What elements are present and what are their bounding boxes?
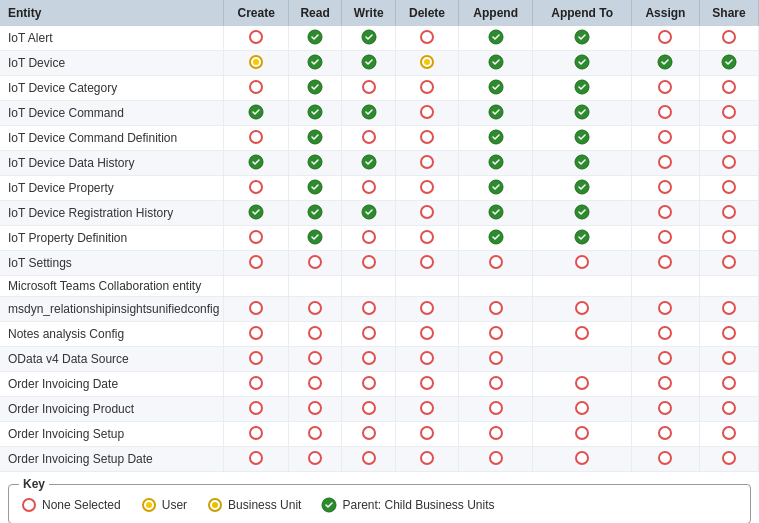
write-cell[interactable]: [342, 347, 396, 372]
share-cell[interactable]: [700, 422, 759, 447]
assign-cell[interactable]: [631, 322, 699, 347]
append-cell[interactable]: [458, 26, 533, 51]
write-cell[interactable]: [342, 176, 396, 201]
read-cell[interactable]: [288, 101, 341, 126]
append-cell[interactable]: [458, 176, 533, 201]
write-cell[interactable]: [342, 201, 396, 226]
assign-cell[interactable]: [631, 447, 699, 472]
write-cell[interactable]: [342, 226, 396, 251]
share-cell[interactable]: [700, 397, 759, 422]
assign-cell[interactable]: [631, 397, 699, 422]
assign-cell[interactable]: [631, 276, 699, 297]
assign-cell[interactable]: [631, 51, 699, 76]
read-cell[interactable]: [288, 26, 341, 51]
assign-cell[interactable]: [631, 201, 699, 226]
delete-cell[interactable]: [396, 226, 459, 251]
write-cell[interactable]: [342, 51, 396, 76]
delete-cell[interactable]: [396, 372, 459, 397]
create-cell[interactable]: [224, 372, 288, 397]
assign-cell[interactable]: [631, 347, 699, 372]
write-cell[interactable]: [342, 397, 396, 422]
append-cell[interactable]: [458, 322, 533, 347]
delete-cell[interactable]: [396, 176, 459, 201]
read-cell[interactable]: [288, 126, 341, 151]
append-cell[interactable]: [458, 51, 533, 76]
write-cell[interactable]: [342, 26, 396, 51]
create-cell[interactable]: [224, 322, 288, 347]
assign-cell[interactable]: [631, 101, 699, 126]
appendTo-cell[interactable]: [533, 151, 631, 176]
create-cell[interactable]: [224, 226, 288, 251]
appendTo-cell[interactable]: [533, 322, 631, 347]
assign-cell[interactable]: [631, 26, 699, 51]
create-cell[interactable]: [224, 201, 288, 226]
write-cell[interactable]: [342, 447, 396, 472]
appendTo-cell[interactable]: [533, 76, 631, 101]
delete-cell[interactable]: [396, 76, 459, 101]
read-cell[interactable]: [288, 422, 341, 447]
appendTo-cell[interactable]: [533, 372, 631, 397]
appendTo-cell[interactable]: [533, 51, 631, 76]
assign-cell[interactable]: [631, 76, 699, 101]
read-cell[interactable]: [288, 322, 341, 347]
appendTo-cell[interactable]: [533, 101, 631, 126]
delete-cell[interactable]: [396, 322, 459, 347]
appendTo-cell[interactable]: [533, 251, 631, 276]
assign-cell[interactable]: [631, 126, 699, 151]
delete-cell[interactable]: [396, 101, 459, 126]
appendTo-cell[interactable]: [533, 126, 631, 151]
append-cell[interactable]: [458, 251, 533, 276]
create-cell[interactable]: [224, 51, 288, 76]
appendTo-cell[interactable]: [533, 201, 631, 226]
read-cell[interactable]: [288, 176, 341, 201]
create-cell[interactable]: [224, 297, 288, 322]
write-cell[interactable]: [342, 372, 396, 397]
assign-cell[interactable]: [631, 251, 699, 276]
appendTo-cell[interactable]: [533, 397, 631, 422]
appendTo-cell[interactable]: [533, 226, 631, 251]
append-cell[interactable]: [458, 297, 533, 322]
share-cell[interactable]: [700, 347, 759, 372]
appendTo-cell[interactable]: [533, 26, 631, 51]
delete-cell[interactable]: [396, 397, 459, 422]
share-cell[interactable]: [700, 176, 759, 201]
create-cell[interactable]: [224, 347, 288, 372]
share-cell[interactable]: [700, 322, 759, 347]
share-cell[interactable]: [700, 151, 759, 176]
append-cell[interactable]: [458, 226, 533, 251]
create-cell[interactable]: [224, 101, 288, 126]
create-cell[interactable]: [224, 151, 288, 176]
read-cell[interactable]: [288, 201, 341, 226]
append-cell[interactable]: [458, 101, 533, 126]
write-cell[interactable]: [342, 322, 396, 347]
delete-cell[interactable]: [396, 26, 459, 51]
share-cell[interactable]: [700, 226, 759, 251]
delete-cell[interactable]: [396, 347, 459, 372]
assign-cell[interactable]: [631, 422, 699, 447]
create-cell[interactable]: [224, 276, 288, 297]
append-cell[interactable]: [458, 276, 533, 297]
delete-cell[interactable]: [396, 276, 459, 297]
share-cell[interactable]: [700, 276, 759, 297]
write-cell[interactable]: [342, 126, 396, 151]
append-cell[interactable]: [458, 422, 533, 447]
append-cell[interactable]: [458, 397, 533, 422]
share-cell[interactable]: [700, 447, 759, 472]
delete-cell[interactable]: [396, 251, 459, 276]
read-cell[interactable]: [288, 276, 341, 297]
appendTo-cell[interactable]: [533, 422, 631, 447]
share-cell[interactable]: [700, 201, 759, 226]
read-cell[interactable]: [288, 447, 341, 472]
read-cell[interactable]: [288, 251, 341, 276]
create-cell[interactable]: [224, 26, 288, 51]
assign-cell[interactable]: [631, 151, 699, 176]
read-cell[interactable]: [288, 151, 341, 176]
delete-cell[interactable]: [396, 126, 459, 151]
read-cell[interactable]: [288, 76, 341, 101]
read-cell[interactable]: [288, 397, 341, 422]
share-cell[interactable]: [700, 251, 759, 276]
assign-cell[interactable]: [631, 372, 699, 397]
create-cell[interactable]: [224, 447, 288, 472]
append-cell[interactable]: [458, 201, 533, 226]
appendTo-cell[interactable]: [533, 276, 631, 297]
